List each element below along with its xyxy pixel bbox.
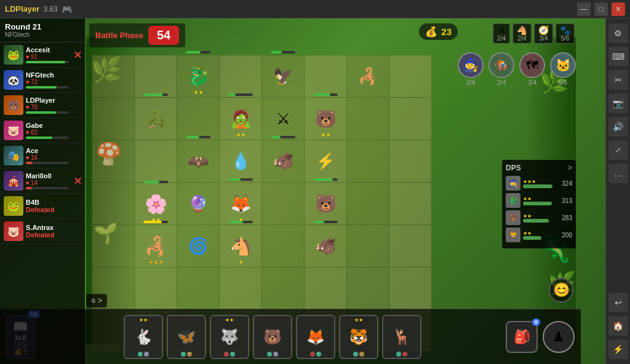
cell-0-2[interactable]: 🐉 ★★ <box>177 55 219 97</box>
cell-4-7[interactable] <box>389 225 431 267</box>
window-controls[interactable]: — □ ✕ <box>577 2 625 16</box>
cell-4-4[interactable] <box>262 225 304 267</box>
cell-3-3[interactable]: 🦊 ★ <box>220 183 261 224</box>
fullscreen-button[interactable]: ⤢ <box>608 140 628 160</box>
cell-2-0[interactable] <box>92 140 134 182</box>
expand-button[interactable]: ≡ > <box>86 294 107 307</box>
player-row-1[interactable]: 🐼 NFGtech ♥72 <box>0 68 85 93</box>
bench-bag-button[interactable]: 0 🎒 <box>506 321 538 353</box>
home-button[interactable]: 🏠 <box>608 316 628 336</box>
cell-0-5[interactable] <box>305 55 346 97</box>
cell-2-1[interactable] <box>135 140 177 182</box>
cell-2-6[interactable] <box>347 140 389 182</box>
cell-4-2[interactable]: 🌀 <box>177 225 219 267</box>
trait-char-3[interactable]: 🐱 5/6 <box>550 52 576 86</box>
keyboard-button[interactable]: ⌨ <box>608 47 628 66</box>
dps-header: DPS > <box>506 164 572 172</box>
trait-char-2[interactable]: 🗺 3/4 <box>519 52 545 86</box>
player-info-2: LDPlayer ♥70 <box>26 97 81 114</box>
settings-button[interactable]: ⚙ <box>608 23 628 43</box>
cell-0-6[interactable]: 🦂 <box>347 55 389 97</box>
cell-4-0[interactable] <box>92 225 134 267</box>
recent-button[interactable]: ⚡ <box>608 339 628 359</box>
expand-icon: ≡ <box>91 296 95 305</box>
bench-slot-0[interactable]: ★★ 🐇 <box>124 315 163 359</box>
cell-2-7[interactable] <box>389 140 431 182</box>
trait-counter-0[interactable]: ⚔ 2/4 <box>493 23 510 44</box>
trait-count-3: 5/6 <box>561 35 570 42</box>
trait-char-1[interactable]: 🏇 2/4 <box>488 52 514 86</box>
cell-2-2[interactable]: 🦇 <box>177 140 219 182</box>
hp-fill-0 <box>26 61 65 63</box>
cell-1-5[interactable]: 🐻 ★★ <box>305 98 346 140</box>
player-row-2[interactable]: 🐻 LDPlayer ♥70 <box>0 93 85 118</box>
volume-button[interactable]: 🔊 <box>608 117 628 136</box>
back-button[interactable]: ↩ <box>608 293 628 312</box>
cell-1-1[interactable]: 🐊 <box>135 98 177 140</box>
dps-row-0: 🧙 ★★★ 324 <box>506 176 572 191</box>
cell-1-7[interactable] <box>389 98 431 140</box>
cell-5-1[interactable] <box>135 267 177 309</box>
cell-2-4[interactable]: 🐗 <box>262 140 304 182</box>
emote-button[interactable]: 😊 <box>549 278 573 303</box>
cell-3-5[interactable]: 🐻 <box>305 183 346 224</box>
trait-counter-1[interactable]: 🐴 2/4 <box>512 23 532 44</box>
player-row-3[interactable]: 🐷 Gabe ♥62 <box>0 118 85 143</box>
record-button[interactable]: 📷 <box>608 93 628 113</box>
cell-3-0[interactable] <box>92 183 134 224</box>
player-row-4[interactable]: 🎭 Ace ♥16 <box>0 143 85 168</box>
cell-3-6[interactable] <box>347 183 389 224</box>
bench-chess-button[interactable]: ♟ <box>543 321 575 353</box>
cell-0-1[interactable] <box>135 55 177 97</box>
cell-0-7[interactable] <box>389 55 431 97</box>
cell-4-3[interactable]: 🐴 ★ <box>220 225 261 267</box>
minimize-button[interactable]: — <box>577 2 591 16</box>
more-button[interactable]: … <box>608 164 628 183</box>
cell-2-3[interactable]: 💧 <box>220 140 261 182</box>
cell-3-1[interactable]: 🌸 ★★ <box>135 183 177 224</box>
cell-0-0[interactable] <box>92 55 134 97</box>
bench-slot-5[interactable]: ★★ 🐯 <box>339 315 378 359</box>
trait-char-count-2: 3/4 <box>528 79 536 86</box>
screenshot-button[interactable]: ✂ <box>608 70 628 90</box>
dps-panel[interactable]: DPS > 🧙 ★★★ 324 🐉 ★★ 313 🐻 ★★ 28 <box>502 160 576 248</box>
cell-4-5[interactable]: 🐗 <box>305 225 346 267</box>
trait-char-icon-3: 🐱 <box>550 52 576 78</box>
cell-1-3[interactable]: 🧟 ★★ <box>220 98 261 140</box>
cell-3-4[interactable] <box>262 183 304 224</box>
trait-char-0[interactable]: 🧙 2/4 <box>458 52 484 86</box>
cell-0-4[interactable]: 🦅 <box>262 55 304 97</box>
bench-slot-2[interactable]: ★★ 🐺 <box>210 315 249 359</box>
cell-3-7[interactable] <box>389 183 431 224</box>
maximize-button[interactable]: □ <box>594 2 608 16</box>
cell-5-4[interactable] <box>262 267 304 309</box>
cell-5-2[interactable] <box>177 267 219 309</box>
close-button[interactable]: ✕ <box>612 2 625 16</box>
cell-0-3[interactable] <box>220 55 261 97</box>
cell-2-5[interactable]: ⚡ <box>305 140 346 182</box>
cell-1-6[interactable] <box>347 98 389 140</box>
cell-4-1[interactable]: 🦂 ★★★ <box>135 225 177 267</box>
bench-slot-6[interactable]: 🦌 <box>382 315 421 359</box>
cell-1-0[interactable] <box>92 98 134 140</box>
bench-slot-3[interactable]: 🐻 <box>253 315 292 359</box>
cell-3-2[interactable]: 🔮 <box>177 183 219 224</box>
cell-4-6[interactable] <box>347 225 389 267</box>
hp-fill-1 <box>26 86 57 89</box>
trait-counter-3[interactable]: 🐾 5/6 <box>556 23 575 44</box>
cell-1-4[interactable]: ⚔ <box>262 98 304 140</box>
bench-slot-4[interactable]: 🦊 <box>296 315 335 359</box>
cell-5-3[interactable] <box>220 267 261 309</box>
player-row-0[interactable]: 🐸 Accesit ♥91 ❌ <box>0 42 85 68</box>
player-row-6[interactable]: 🐸 B4B Defeated <box>0 194 85 219</box>
cell-5-5[interactable] <box>305 267 346 309</box>
bench-slot-1[interactable]: 🦋 <box>167 315 206 359</box>
player-row-5[interactable]: 🎪 Mari0o0 ♥14 ❌ <box>0 168 85 194</box>
dps-arrow[interactable]: > <box>568 164 572 172</box>
player-row-7[interactable]: 🐷 S.Antrax Defeated <box>0 219 85 244</box>
trait-icon-3: 🐾 <box>560 25 570 35</box>
cell-5-7[interactable] <box>389 267 431 309</box>
cell-1-2[interactable] <box>177 98 219 140</box>
trait-counter-2[interactable]: 🧭 3/4 <box>534 23 553 44</box>
cell-5-6[interactable] <box>347 267 389 309</box>
